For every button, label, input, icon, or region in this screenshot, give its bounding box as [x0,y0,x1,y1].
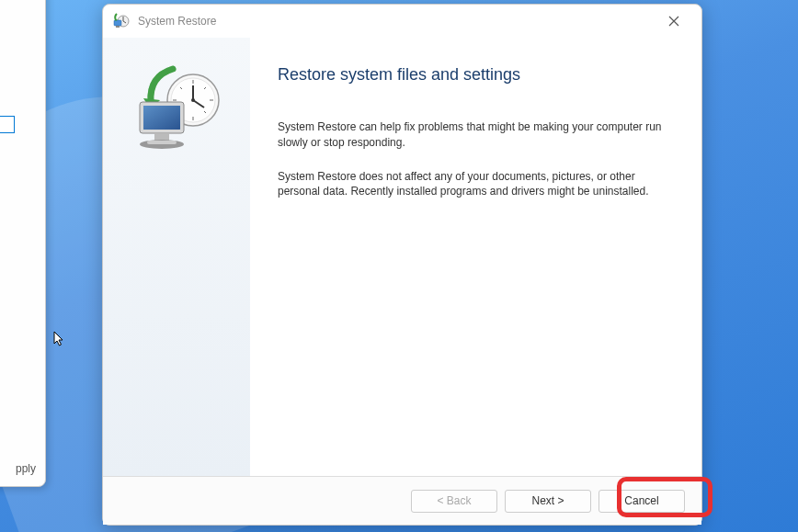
svg-point-15 [191,98,195,102]
dialog-body: Restore system files and settings System… [103,38,701,477]
page-heading: Restore system files and settings [278,65,674,85]
system-restore-icon [112,12,131,30]
restore-graphic-icon [129,63,225,160]
next-button[interactable]: Next > [505,490,591,513]
system-restore-dialog: System Restore [102,4,702,526]
svg-rect-18 [143,106,180,130]
description-text-1: System Restore can help fix problems tha… [278,119,674,151]
mouse-cursor [53,331,66,347]
description-text-2: System Restore does not affect any of yo… [278,169,674,200]
svg-rect-2 [116,26,120,28]
titlebar[interactable]: System Restore [103,5,701,38]
cancel-button[interactable]: Cancel [598,490,685,513]
svg-rect-19 [154,133,169,141]
background-apply-label: pply [16,462,36,475]
dialog-footer: < Back Next > Cancel [103,477,701,525]
left-panel [103,38,250,476]
content-panel: Restore system files and settings System… [250,38,701,476]
window-title: System Restore [138,15,656,28]
background-input-active [0,116,15,133]
svg-rect-21 [147,141,177,144]
background-window: pply [0,0,46,487]
close-button[interactable] [656,7,692,35]
svg-rect-1 [114,20,121,26]
back-button: < Back [411,490,497,513]
